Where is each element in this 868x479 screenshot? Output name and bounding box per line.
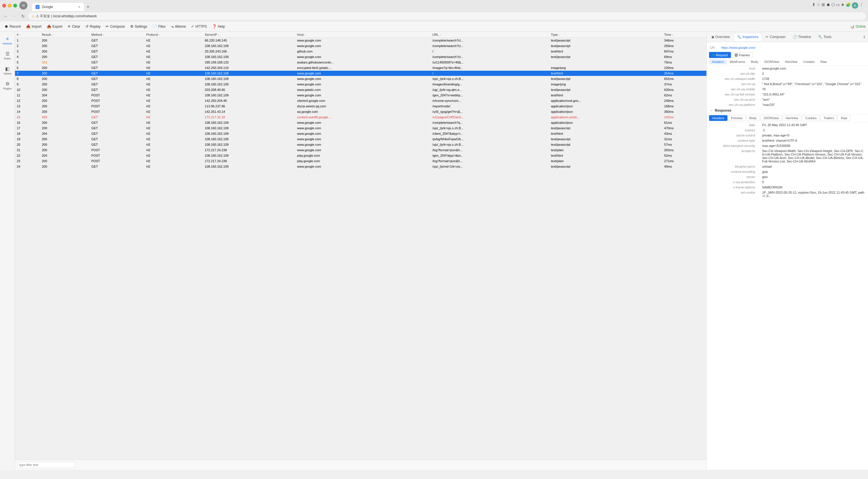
back-button[interactable]: ← bbox=[2, 13, 9, 20]
table-row[interactable]: 6 200 GET H2 142.250.204.110 encrypted-t… bbox=[15, 65, 706, 71]
header-value: -1 bbox=[758, 128, 868, 133]
new-tab-button[interactable]: + bbox=[84, 3, 92, 11]
browser-logo-icon: W bbox=[19, 1, 27, 9]
extension3-icon[interactable]: 🧩 bbox=[846, 2, 851, 9]
qr-icon[interactable]: ⊞ bbox=[822, 2, 825, 9]
req-webforms-tab[interactable]: WebForms bbox=[727, 59, 748, 64]
request-tab[interactable]: ➡ Request bbox=[709, 52, 731, 58]
tab-inspectors[interactable]: 🔍 Inspectors bbox=[733, 33, 762, 41]
table-row[interactable]: 23 200 POST H2 172.217.24.238 play.googl… bbox=[15, 158, 706, 164]
bookmark-icon[interactable]: ☆ bbox=[817, 2, 820, 9]
maximize-button[interactable] bbox=[13, 4, 17, 7]
sidebar-item-network[interactable]: ≡ Network bbox=[1, 34, 14, 47]
tab-tools[interactable]: 🔧 Tools bbox=[815, 33, 835, 41]
table-row[interactable]: 18 204 GET H2 108.160.162.109 www.google… bbox=[15, 131, 706, 136]
help-button[interactable]: ❓ Help bbox=[210, 23, 227, 30]
table-row[interactable]: 1 200 GET H2 66.220.148.145 www.google.c… bbox=[15, 38, 706, 43]
col-protocol[interactable]: Protocol ↕ bbox=[145, 32, 203, 38]
table-row[interactable]: 24 200 GET H2 108.160.162.109 www.google… bbox=[15, 164, 706, 169]
minimize-button[interactable] bbox=[8, 4, 11, 7]
table-row[interactable]: 13 200 POST H2 113.96.237.96 docrp.weixi… bbox=[15, 104, 706, 109]
res-trailers-tab[interactable]: Trailers bbox=[820, 115, 837, 121]
table-row[interactable]: 3 200 GET H2 20.205.243.166 github.com /… bbox=[15, 49, 706, 54]
weinre-button[interactable]: ⬎ Weinre bbox=[168, 23, 188, 30]
col-method[interactable]: Method ↕ bbox=[90, 32, 145, 38]
clear-button[interactable]: ✕ Clear bbox=[65, 23, 83, 30]
table-row[interactable]: 5 304 GET H2 185.199.108.133 avatars.git… bbox=[15, 60, 706, 65]
res-raw-tab[interactable]: Raw bbox=[838, 115, 850, 121]
sidebar-toggle-icon[interactable]: ▭ bbox=[836, 2, 840, 9]
share-icon[interactable]: ⬆ bbox=[812, 2, 815, 9]
table-row[interactable]: 14 200 POST H2 142.251.43.14 aa.google.c… bbox=[15, 109, 706, 115]
https-button[interactable]: ✓ HTTPS bbox=[189, 23, 209, 30]
table-row[interactable]: 4 200 GET H2 108.160.162.109 www.google.… bbox=[15, 54, 706, 60]
table-row[interactable]: 21 200 POST H2 172.217.24.238 www.google… bbox=[15, 148, 706, 153]
main-layout: ≡ Network ☰ Rules ◧ Values ⚙ Plugins # ↕… bbox=[0, 32, 868, 470]
req-cookies-tab[interactable]: Cookies bbox=[800, 59, 817, 64]
req-hexview-tab[interactable]: HexView bbox=[782, 59, 800, 64]
table-row[interactable]: 8 200 GET H2 108.160.162.109 www.google.… bbox=[15, 76, 706, 82]
panel-expand-button[interactable]: ⊻ bbox=[862, 34, 867, 40]
close-button[interactable] bbox=[2, 4, 6, 7]
res-hexview-tab[interactable]: HexView bbox=[783, 115, 801, 121]
table-row[interactable]: 16 200 GET H2 108.160.162.109 www.google… bbox=[15, 120, 706, 126]
res-body-tab[interactable]: Body bbox=[746, 115, 760, 121]
tab-close-button[interactable]: ✕ bbox=[78, 5, 81, 9]
table-row[interactable]: 15 429 GET H2 172.217.31.10 content-auto… bbox=[15, 115, 706, 120]
req-raw-tab[interactable]: Raw bbox=[817, 59, 830, 64]
table-row[interactable]: 10 200 GET H2 203.208.40.66 www.gstatic.… bbox=[15, 87, 706, 93]
https-label: HTTPS bbox=[195, 25, 207, 29]
col-time[interactable]: Time ↕ bbox=[662, 32, 706, 38]
req-jsonview-tab[interactable]: JSONView bbox=[761, 59, 782, 64]
col-serverip[interactable]: ServerIP ↕ bbox=[203, 32, 296, 38]
sidebar-item-rules[interactable]: ☰ Rules bbox=[1, 49, 14, 63]
record-button[interactable]: ⏺ Record bbox=[2, 23, 23, 30]
frames-tab[interactable]: 🖼 Frames bbox=[732, 52, 753, 58]
help-label: Help bbox=[218, 25, 225, 29]
res-jsonview-tab[interactable]: JSONView bbox=[761, 115, 782, 121]
requests-table-container[interactable]: # ↕ Result ↕ Method ↕ Protocol ↕ ServerI… bbox=[15, 32, 706, 460]
table-row[interactable]: 9 200 GET H2 108.160.162.109 www.google.… bbox=[15, 82, 706, 87]
col-url[interactable]: URL ↕ bbox=[431, 32, 549, 38]
import-button[interactable]: 📥 Import bbox=[24, 23, 44, 30]
res-headers-tab[interactable]: Headers bbox=[709, 115, 727, 121]
col-num[interactable]: # ↕ bbox=[15, 32, 40, 38]
table-row[interactable]: 20 200 GET H2 108.160.162.109 www.google… bbox=[15, 142, 706, 148]
table-row[interactable]: 11 204 POST H2 108.160.162.109 www.googl… bbox=[15, 93, 706, 98]
table-row[interactable]: 2 200 GET H2 108.160.162.109 www.google.… bbox=[15, 43, 706, 49]
replay-button[interactable]: ↺ Replay bbox=[83, 23, 103, 30]
reload-button[interactable]: ↻ bbox=[20, 13, 27, 20]
table-row[interactable]: 17 200 GET H2 108.160.162.109 www.google… bbox=[15, 126, 706, 131]
forward-button[interactable]: → bbox=[11, 13, 18, 20]
export-button[interactable]: 📤 Export bbox=[44, 23, 65, 30]
menu-icon[interactable]: ⋮ bbox=[859, 2, 863, 9]
compose-button[interactable]: ✏ Compose bbox=[103, 23, 127, 30]
extension-icon[interactable]: ⬡ bbox=[831, 2, 835, 9]
active-tab[interactable]: G Google ✕ bbox=[32, 3, 84, 11]
col-host[interactable]: Host ↕ bbox=[296, 32, 431, 38]
tab-composer[interactable]: ✏ Composer bbox=[762, 33, 789, 41]
col-type[interactable]: Type ↕ bbox=[549, 32, 662, 38]
extension2-icon[interactable]: ★ bbox=[841, 2, 845, 9]
table-row[interactable]: 7 200 GET H2 108.160.162.109 www.google.… bbox=[15, 71, 706, 76]
filter-input[interactable] bbox=[17, 462, 75, 468]
table-row[interactable]: 19 200 GET H2 108.160.162.109 www.google… bbox=[15, 136, 706, 142]
table-row[interactable]: 12 200 POST H2 142.250.204.46 clients4.g… bbox=[15, 98, 706, 104]
tab-timeline[interactable]: 🕐 Timeline bbox=[789, 33, 815, 41]
sidebar-item-plugins[interactable]: ⚙ Plugins bbox=[1, 79, 14, 93]
tab-overview[interactable]: ◉ Overview bbox=[708, 33, 733, 41]
address-input[interactable]: ⚠ ⚠ 不安全 | local.whistlejs.com/#network bbox=[28, 12, 866, 20]
req-headers-tab[interactable]: Headers bbox=[709, 59, 727, 64]
settings-button[interactable]: ⚙ Settings bbox=[128, 23, 150, 30]
res-preview-tab[interactable]: Preview bbox=[728, 115, 746, 121]
sidebar-item-values[interactable]: ◧ Values bbox=[1, 64, 14, 77]
record-icon[interactable]: ⏺ bbox=[826, 2, 830, 9]
res-cookies-tab[interactable]: Cookies bbox=[802, 115, 820, 121]
req-body-tab[interactable]: Body bbox=[748, 59, 761, 64]
export-label: Export bbox=[53, 25, 63, 29]
profile-avatar[interactable]: A bbox=[852, 2, 858, 9]
header-value: gzip bbox=[758, 169, 868, 174]
files-button[interactable]: 📄 Files bbox=[150, 23, 168, 30]
col-result[interactable]: Result ↕ bbox=[40, 32, 90, 38]
table-row[interactable]: 22 204 POST H2 108.160.162.109 play.goog… bbox=[15, 153, 706, 158]
